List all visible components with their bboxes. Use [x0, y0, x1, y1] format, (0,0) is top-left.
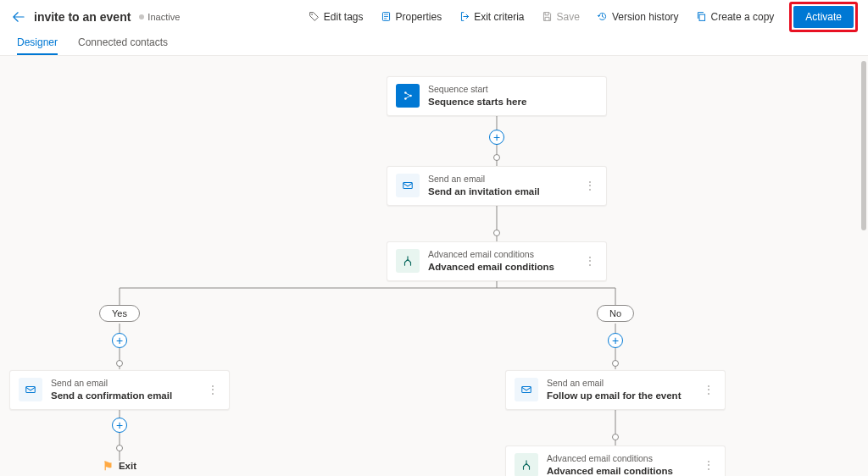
copy-icon — [696, 11, 708, 23]
svg-rect-21 — [522, 387, 531, 393]
save-label: Save — [557, 11, 580, 23]
node-sequence-start[interactable]: Sequence start Sequence starts here — [387, 76, 607, 116]
tabs: Designer Connected contacts — [0, 34, 868, 56]
action-toolbar: Edit tags Properties Exit criteria Save … — [302, 2, 858, 32]
node-cond1-name: Advanced email conditions — [428, 261, 574, 274]
activate-button[interactable]: Activate — [793, 6, 854, 28]
exit-criteria-label: Exit criteria — [474, 11, 524, 23]
node-email1-name: Send an invitation email — [428, 185, 574, 198]
version-history-label: Version history — [612, 11, 679, 23]
node-email1-label: Send an email — [428, 174, 574, 185]
svg-rect-20 — [26, 387, 36, 393]
save-icon — [542, 11, 554, 23]
email-icon — [19, 378, 42, 401]
svg-point-0 — [312, 14, 314, 15]
tag-icon — [309, 11, 320, 23]
node-cond-no-name: Advanced email conditions — [547, 465, 693, 476]
create-copy-label: Create a copy — [711, 11, 775, 23]
version-history-button[interactable]: Version history — [590, 8, 686, 26]
node-more-button[interactable]: ⋮ — [701, 382, 716, 397]
status-dot-icon — [139, 14, 144, 19]
node-more-button[interactable]: ⋮ — [701, 457, 716, 473]
condition-icon — [396, 249, 420, 273]
add-step-button[interactable]: + — [112, 418, 127, 433]
add-step-button[interactable]: + — [112, 333, 127, 348]
connector-dot — [493, 154, 500, 161]
create-copy-button[interactable]: Create a copy — [689, 8, 782, 26]
page-title: invite to an event — [34, 10, 131, 24]
node-more-button[interactable]: ⋮ — [205, 382, 220, 397]
svg-rect-19 — [403, 183, 413, 189]
properties-icon — [380, 11, 392, 23]
back-arrow-icon[interactable] — [10, 8, 27, 25]
node-email-no-label: Send an email — [547, 378, 693, 389]
add-step-button[interactable]: + — [489, 130, 504, 145]
exit-label: Exit — [119, 461, 136, 471]
connector-dot — [612, 360, 619, 367]
tab-connected-contacts[interactable]: Connected contacts — [78, 36, 168, 55]
condition-icon — [515, 453, 538, 476]
branch-no-pill[interactable]: No — [597, 305, 634, 322]
save-button: Save — [535, 8, 587, 26]
edit-tags-label: Edit tags — [324, 11, 364, 23]
branch-yes-pill[interactable]: Yes — [99, 305, 140, 322]
node-cond-no-label: Advanced email conditions — [547, 453, 693, 464]
connector-dot — [612, 434, 619, 440]
node-more-button[interactable]: ⋮ — [582, 178, 598, 193]
connector-dot — [493, 230, 500, 236]
edit-tags-button[interactable]: Edit tags — [302, 8, 370, 26]
email-icon — [515, 378, 538, 401]
node-send-invitation-email[interactable]: Send an email Send an invitation email ⋮ — [387, 166, 607, 206]
top-bar: invite to an event Inactive Edit tags Pr… — [0, 0, 868, 34]
flag-icon: ⚑ — [103, 459, 114, 473]
node-follow-up-email[interactable]: Send an email Follow up email for the ev… — [505, 370, 726, 410]
node-send-confirmation-email[interactable]: Send an email Send a confirmation email … — [9, 370, 230, 410]
scrollbar[interactable] — [861, 61, 866, 230]
status-text: Inactive — [147, 12, 180, 22]
email-icon — [396, 174, 420, 197]
history-icon — [597, 11, 609, 23]
node-exit[interactable]: ⚑ Exit — [103, 459, 136, 473]
connector-dot — [116, 360, 123, 367]
svg-rect-5 — [699, 14, 705, 20]
activate-highlight: Activate — [789, 2, 858, 32]
node-start-label: Sequence start — [428, 84, 598, 95]
node-advanced-email-conditions[interactable]: Advanced email conditions Advanced email… — [387, 241, 607, 281]
add-step-button[interactable]: + — [608, 333, 623, 348]
node-start-name: Sequence starts here — [428, 96, 598, 108]
node-more-button[interactable]: ⋮ — [582, 253, 598, 268]
start-icon — [396, 84, 420, 108]
node-email-yes-label: Send an email — [51, 378, 197, 389]
node-email-yes-name: Send a confirmation email — [51, 390, 197, 402]
exit-icon — [459, 11, 470, 23]
exit-criteria-button[interactable]: Exit criteria — [452, 8, 531, 26]
tab-designer[interactable]: Designer — [17, 36, 58, 55]
properties-button[interactable]: Properties — [373, 8, 448, 26]
properties-label: Properties — [395, 11, 442, 23]
designer-canvas[interactable]: Sequence start Sequence starts here + Se… — [0, 56, 868, 476]
connector-dot — [116, 445, 123, 451]
node-email-no-name: Follow up email for the event — [547, 390, 693, 402]
node-cond1-label: Advanced email conditions — [428, 249, 574, 260]
node-advanced-email-conditions-no[interactable]: Advanced email conditions Advanced email… — [505, 446, 726, 476]
